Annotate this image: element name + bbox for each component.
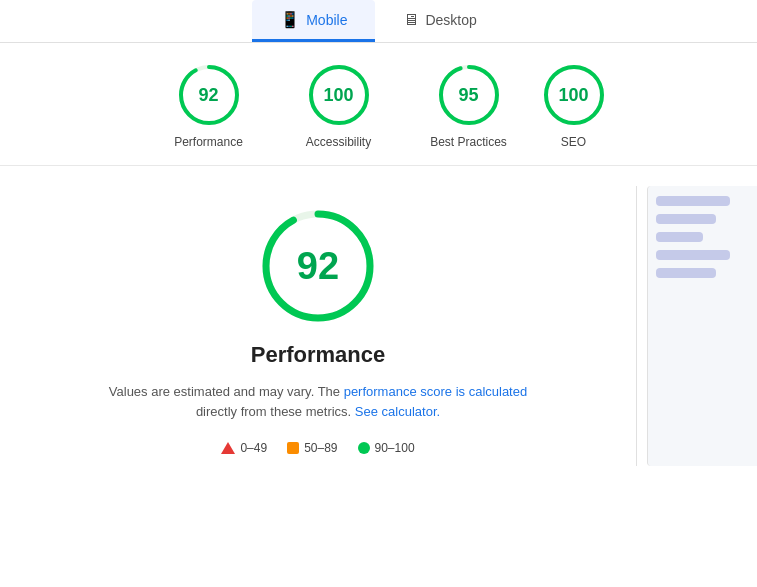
legend-red: 0–49: [221, 441, 267, 455]
metrics-row: 92 Performance 100 Accessibility 95 Best…: [0, 43, 757, 166]
tab-bar: 📱 Mobile 🖥 Desktop: [0, 0, 757, 43]
metric-label-accessibility: Accessibility: [306, 135, 371, 149]
legend-green-label: 90–100: [375, 441, 415, 455]
metric-seo: 100 SEO: [534, 63, 614, 149]
score-value-best-practices: 95: [458, 85, 478, 106]
score-value-seo: 100: [558, 85, 588, 106]
right-bar-3: [656, 232, 703, 242]
description-middle: directly from these metrics.: [196, 404, 355, 419]
legend-green-icon: [358, 442, 370, 454]
score-circle-seo: 100: [542, 63, 606, 127]
right-bar-2: [656, 214, 716, 224]
legend-orange-label: 50–89: [304, 441, 337, 455]
performance-description: Values are estimated and may vary. The p…: [108, 382, 528, 421]
description-prefix: Values are estimated and may vary. The: [109, 384, 344, 399]
performance-score-link[interactable]: performance score is calculated: [344, 384, 528, 399]
score-circle-performance: 92: [177, 63, 241, 127]
score-value-performance: 92: [198, 85, 218, 106]
metric-accessibility: 100 Accessibility: [274, 63, 404, 149]
large-score-circle: 92: [258, 206, 378, 326]
score-circle-best-practices: 95: [437, 63, 501, 127]
main-content: 92 Performance Values are estimated and …: [0, 166, 757, 486]
metric-label-seo: SEO: [561, 135, 586, 149]
metric-label-performance: Performance: [174, 135, 243, 149]
score-circle-accessibility: 100: [307, 63, 371, 127]
metric-performance: 92 Performance: [144, 63, 274, 149]
legend-red-label: 0–49: [240, 441, 267, 455]
right-panel: [647, 186, 757, 466]
right-bar-4: [656, 250, 730, 260]
metric-best-practices: 95 Best Practices: [404, 63, 534, 149]
tab-mobile-label: Mobile: [306, 12, 347, 28]
large-score-value: 92: [297, 245, 339, 288]
performance-title: Performance: [251, 342, 386, 368]
metric-label-best-practices: Best Practices: [430, 135, 507, 149]
left-panel: 92 Performance Values are estimated and …: [0, 186, 626, 466]
see-calculator-link[interactable]: See calculator.: [355, 404, 440, 419]
mobile-icon: 📱: [280, 10, 300, 29]
right-bar-5: [656, 268, 716, 278]
legend: 0–49 50–89 90–100: [221, 441, 414, 455]
score-value-accessibility: 100: [323, 85, 353, 106]
legend-orange-icon: [287, 442, 299, 454]
tab-mobile[interactable]: 📱 Mobile: [252, 0, 375, 42]
tab-desktop-label: Desktop: [425, 12, 476, 28]
tab-desktop[interactable]: 🖥 Desktop: [375, 1, 504, 42]
legend-orange: 50–89: [287, 441, 337, 455]
legend-red-icon: [221, 442, 235, 454]
center-divider: [636, 186, 637, 466]
legend-green: 90–100: [358, 441, 415, 455]
right-bar-1: [656, 196, 730, 206]
desktop-icon: 🖥: [403, 11, 419, 29]
